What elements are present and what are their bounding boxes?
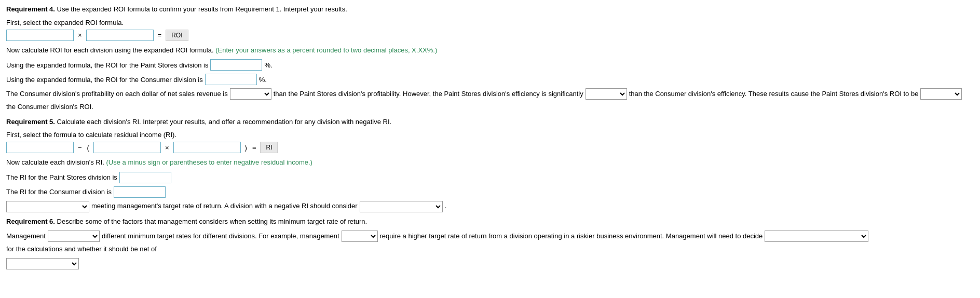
- req4-paint-input[interactable]: [210, 59, 262, 71]
- req5-formula-input3[interactable]: [173, 142, 241, 153]
- req5-interp-row: Both divisions are Neither division is O…: [6, 201, 974, 212]
- req5-instruction2: Now calculate each division's RI. (Use a…: [6, 157, 974, 168]
- req4-paint-label: Using the expanded formula, the ROI for …: [6, 61, 208, 69]
- req4-dropdown2[interactable]: higher lower: [586, 88, 627, 100]
- req5-formula-input1[interactable]: [6, 142, 74, 153]
- req5-paint-row: The RI for the Paint Stores division is: [6, 172, 974, 183]
- req4-instr2-normal: Now calculate ROI for each division usin…: [6, 46, 215, 54]
- req5-paint-input[interactable]: [119, 172, 171, 183]
- req5-instr2-green: (Use a minus sign or parentheses to ente…: [106, 158, 312, 166]
- req4-instr2-green: (Enter your answers as a percent rounded…: [215, 46, 437, 54]
- req4-formula-input2[interactable]: [86, 30, 154, 41]
- req6-title-line: Requirement 6. Describe some of the fact…: [6, 216, 974, 227]
- req4-dropdown1[interactable]: higher lower: [230, 88, 271, 100]
- req4-formula: × = ROI: [6, 30, 974, 41]
- req5-interp1-post: .: [445, 201, 447, 212]
- req5-consumer-row: The RI for the Consumer division is: [6, 186, 974, 198]
- req5-formula: − ( × ) = RI: [6, 142, 974, 153]
- req4-consumer-input[interactable]: [205, 74, 257, 85]
- req4-equals-symbol: =: [158, 31, 162, 39]
- req4-title: Requirement 4.: [6, 5, 55, 13]
- req5-formula-label: RI: [260, 142, 278, 153]
- req5-instruction1: First, select the formula to calculate r…: [6, 131, 974, 139]
- req4-instruction2: Now calculate ROI for each division usin…: [6, 45, 974, 56]
- req5-title: Requirement 5.: [6, 118, 55, 126]
- req6-interp-row2: depreciation taxes interest: [6, 258, 974, 269]
- req6-interp-row1: Management may set should set cannot set…: [6, 231, 974, 255]
- req6-interp3: require a higher target rate of return f…: [380, 231, 763, 242]
- req4-interp1: The Consumer division's profitability on…: [6, 89, 228, 100]
- req5-paint-label: The RI for the Paint Stores division is: [6, 173, 117, 181]
- req4-interp3: than the Consumer division's efficiency.…: [629, 89, 919, 100]
- req4-paint-row: Using the expanded formula, the ROI for …: [6, 59, 974, 71]
- req6-title-rest: Describe some of the factors that manage…: [55, 218, 367, 225]
- req4-consumer-label: Using the expanded formula, the ROI for …: [6, 76, 203, 84]
- req4-dropdown3[interactable]: higher lower: [920, 88, 962, 100]
- req4-paint-suffix: %.: [264, 61, 272, 69]
- req6-dropdown1[interactable]: may set should set cannot set: [48, 231, 100, 242]
- req5-consumer-label: The RI for the Consumer division is: [6, 188, 112, 196]
- req4-instruction1: First, select the expanded ROI formula.: [6, 19, 974, 26]
- req6-dropdown2[interactable]: could may should: [342, 231, 378, 242]
- req5-dropdown2[interactable]: dropping the division expanding operatio…: [360, 201, 443, 212]
- req4-interp4: the Consumer division's ROI.: [6, 102, 93, 113]
- req4-interp-row: The Consumer division's profitability on…: [6, 88, 974, 113]
- req5-times-symbol: ×: [165, 144, 169, 152]
- req5-open-symbol: (: [87, 144, 89, 152]
- req5-formula-input2[interactable]: [93, 142, 161, 153]
- req5-title-line: Requirement 5. Calculate each division's…: [6, 117, 974, 127]
- req5-minus-symbol: −: [78, 144, 82, 152]
- req4-formula-input1[interactable]: [6, 30, 74, 41]
- req6-interp1: Management: [6, 231, 46, 242]
- req6-dropdown4[interactable]: depreciation taxes interest: [6, 258, 79, 269]
- req6-title: Requirement 6.: [6, 218, 55, 225]
- req5-dropdown1[interactable]: Both divisions are Neither division is O…: [6, 201, 89, 212]
- req4-interp2: than the Paint Stores division's profita…: [274, 89, 583, 100]
- req6-dropdown3[interactable]: which asset base to use which income mea…: [765, 231, 868, 242]
- req4-times-symbol: ×: [78, 31, 82, 39]
- req5-close-symbol: ): [245, 144, 247, 152]
- req4-title-rest: Use the expanded ROI formula to confirm …: [55, 5, 347, 13]
- req6-interp4: for the calculations and whether it shou…: [6, 244, 157, 255]
- req6-interp2: different minimum target rates for diffe…: [102, 231, 339, 242]
- req5-instr2-normal: Now calculate each division's RI.: [6, 158, 106, 166]
- req4-title-line: Requirement 4. Use the expanded ROI form…: [6, 4, 974, 15]
- req5-interp1-mid: meeting management's target rate of retu…: [91, 201, 358, 212]
- req5-consumer-input[interactable]: [114, 186, 166, 198]
- req4-consumer-suffix: %.: [259, 76, 267, 84]
- req5-title-rest: Calculate each division's RI. Interpret …: [55, 118, 391, 126]
- req4-consumer-row: Using the expanded formula, the ROI for …: [6, 74, 974, 85]
- req4-formula-label: ROI: [166, 30, 188, 41]
- req5-equals-symbol: =: [252, 144, 256, 152]
